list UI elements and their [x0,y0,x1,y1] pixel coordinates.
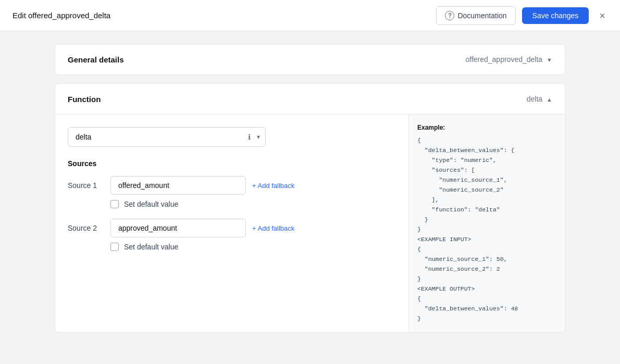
source-2-row: Source 2 + Add fallback Set default valu… [68,219,396,251]
header: Edit offered_approved_delta ? Documentat… [0,0,620,31]
source-2-default-label: Set default value [124,243,178,251]
function-tag-value: delta [527,95,542,103]
source-1-label-row: Source 1 + Add fallback [68,176,396,195]
general-details-header: General details offered_approved_delta [55,44,565,74]
source-2-input[interactable] [110,219,246,237]
close-button[interactable]: × [597,8,607,23]
source-2-default-row: Set default value [68,243,396,251]
function-card: Function delta delta ℹ ▾ Sources [55,83,565,333]
chevron-up-icon [547,94,552,104]
general-details-card: General details offered_approved_delta [55,44,565,75]
function-card-header: Function delta [55,84,565,115]
sources-title: Sources [68,159,396,168]
example-code: { "delta_between_values": { "type": "num… [417,136,556,323]
function-section-title: Function [68,95,101,104]
save-changes-button[interactable]: Save changes [522,7,589,24]
main-content: General details offered_approved_delta F… [0,31,620,364]
source-1-input[interactable] [110,176,246,195]
documentation-label: Documentation [457,11,506,20]
function-left-panel: delta ℹ ▾ Sources Source 1 + Add fallbac… [55,115,408,332]
page-title: Edit offered_approved_delta [13,11,436,20]
source-2-default-checkbox[interactable] [110,243,119,251]
function-tag[interactable]: delta [527,94,552,104]
function-select-wrapper: delta ℹ ▾ [68,127,266,147]
example-title: Example: [417,123,556,133]
source-1-default-row: Set default value [68,200,396,208]
general-details-tag-value: offered_approved_delta [465,55,542,64]
function-select[interactable]: delta [68,128,265,146]
question-circle-icon: ? [445,11,454,20]
source-1-default-label: Set default value [124,200,178,208]
example-panel: Example: { "delta_between_values": { "ty… [408,115,565,332]
source-2-label-row: Source 2 + Add fallback [68,219,396,237]
sources-section: Sources Source 1 + Add fallback Set defa… [68,159,396,251]
function-body: delta ℹ ▾ Sources Source 1 + Add fallbac… [55,115,565,332]
source-1-row: Source 1 + Add fallback Set default valu… [68,176,396,208]
general-details-title: General details [68,55,124,64]
source-2-add-fallback-button[interactable]: + Add fallback [252,224,294,232]
header-actions: ? Documentation Save changes × [436,6,607,25]
source-2-label: Source 2 [68,224,104,232]
documentation-button[interactable]: ? Documentation [436,6,515,25]
source-1-default-checkbox[interactable] [110,200,119,208]
chevron-down-icon [547,55,552,64]
general-details-tag[interactable]: offered_approved_delta [465,55,552,64]
source-1-add-fallback-button[interactable]: + Add fallback [252,182,294,190]
source-1-label: Source 1 [68,181,104,190]
